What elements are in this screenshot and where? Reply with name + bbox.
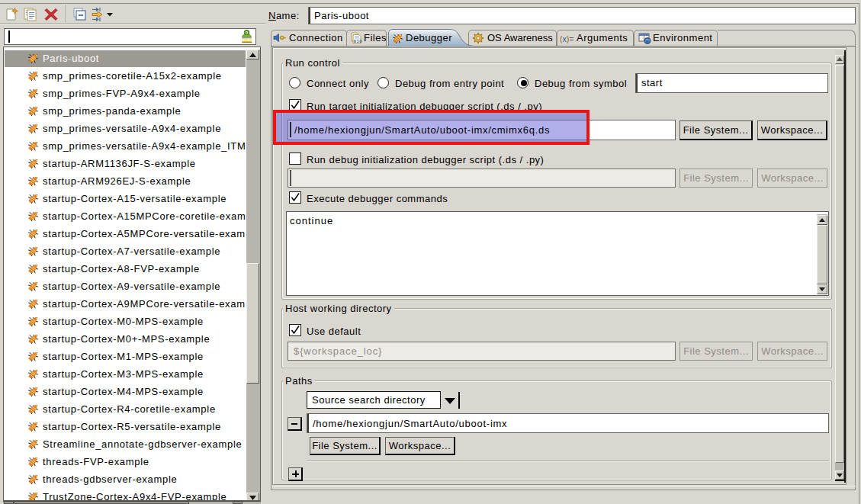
svg-text:010: 010 xyxy=(354,39,362,43)
